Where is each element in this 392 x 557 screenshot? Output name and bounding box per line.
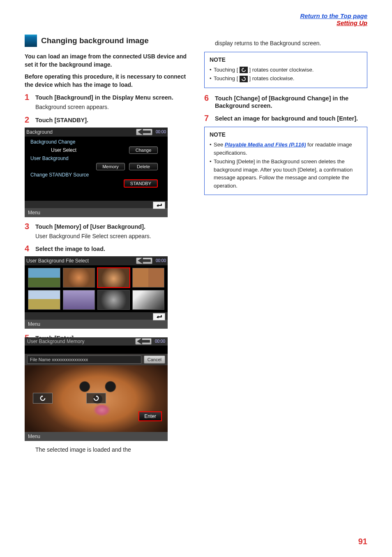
thumbnail[interactable]: [97, 290, 130, 310]
setting-up-link[interactable]: Setting Up: [337, 19, 367, 26]
menu-label[interactable]: Menu: [28, 434, 40, 439]
enter-button[interactable]: Enter: [138, 411, 162, 421]
return-icon[interactable]: [153, 313, 165, 320]
screen-title: User Background File Select: [26, 258, 136, 264]
row-label: Change STANDBY Source: [30, 172, 89, 178]
intro-paragraph-2: Before operating this procedure, it is n…: [25, 73, 188, 89]
menu-label[interactable]: Menu: [28, 321, 40, 327]
header-links: Return to the Top page Setting Up: [25, 12, 367, 26]
change-button[interactable]: Change: [129, 146, 158, 154]
thumbnail[interactable]: [132, 268, 165, 288]
step-7: 7 Select an image for background and tou…: [204, 114, 367, 123]
step-text: Touch [STANDBY].: [35, 116, 88, 124]
continuation-text: display returns to the Background screen…: [215, 39, 367, 48]
note-box-2: NOTE See Playable Media and Files (P.116…: [204, 127, 367, 195]
row-label: User Background: [30, 155, 69, 161]
thumbnail[interactable]: [28, 290, 60, 310]
step-1-sub: Background screen appears.: [35, 103, 188, 111]
delete-button[interactable]: Delete: [129, 163, 158, 170]
rotate-cw-icon: [240, 76, 248, 82]
step-number: 3: [25, 222, 32, 231]
standby-button[interactable]: STANDBY: [124, 179, 158, 188]
step-3-sub: User Background File Select screen appea…: [35, 232, 188, 241]
clock: 00:00: [155, 339, 165, 343]
step-text: Touch [Change] of [Background Change] in…: [215, 94, 367, 110]
heading-accent-bar: [25, 35, 37, 47]
note-see-link: See Playable Media and Files (P.116) for…: [210, 141, 362, 157]
step-number: 2: [25, 116, 32, 124]
row-value: User Select: [35, 147, 76, 153]
thumbnail[interactable]: [132, 290, 165, 310]
thumbnail[interactable]: [63, 290, 95, 310]
note-title: NOTE: [210, 130, 362, 139]
return-top-link[interactable]: Return to the Top page: [300, 12, 367, 19]
rotate-cw-button[interactable]: [86, 393, 106, 404]
note-line-cw: Touching [ ] rotates clockwise.: [210, 74, 362, 83]
step-number: 7: [204, 114, 212, 123]
memory-button[interactable]: Memory: [96, 163, 125, 170]
background-screen-screenshot: Background 00:00 Background Change User …: [25, 128, 168, 217]
step-number: 6: [204, 94, 212, 110]
step-5-sub: The selected image is loaded and the: [35, 446, 188, 454]
step-6: 6 Touch [Change] of [Background Change] …: [204, 94, 367, 110]
step-number: 4: [25, 244, 32, 253]
back-arrow-button[interactable]: [135, 338, 152, 345]
step-number: 1: [25, 93, 32, 102]
step-text: Select an image for background and touch…: [215, 114, 358, 123]
intro-paragraph-1: You can load an image from the connected…: [25, 53, 188, 69]
return-icon[interactable]: [153, 202, 165, 209]
menu-label[interactable]: Menu: [28, 210, 40, 216]
cancel-button[interactable]: Cancel: [144, 355, 165, 364]
step-3: 3 Touch [Memory] of [User Background].: [25, 222, 188, 231]
note-line-ccw: Touching [ ] rotates counter clockwise.: [210, 66, 362, 74]
page-number: 91: [358, 537, 367, 546]
rotate-ccw-icon: [240, 67, 248, 73]
thumbnail[interactable]: [28, 268, 60, 288]
screen-title: User Background Memory: [27, 339, 135, 344]
thumbnail[interactable]: [63, 268, 95, 288]
clock: 00:00: [156, 130, 166, 134]
step-text: Touch [Memory] of [User Background].: [35, 222, 145, 231]
step-text: Select the image to load.: [35, 244, 105, 253]
step-4: 4 Select the image to load.: [25, 244, 188, 253]
back-arrow-button[interactable]: [136, 258, 152, 264]
step-1: 1 Touch [Background] in the Display Menu…: [25, 93, 188, 102]
screen-title: Background: [26, 129, 136, 135]
playable-media-link[interactable]: Playable Media and Files (P.116): [225, 142, 306, 148]
row-label: Background Change: [30, 139, 75, 145]
section-heading: Changing background image: [25, 35, 188, 47]
note-title: NOTE: [210, 56, 362, 64]
memory-screen-screenshot: User Background Memory 00:00 File Name x…: [25, 346, 168, 441]
step-2: 2 Touch [STANDBY].: [25, 116, 188, 124]
step-text: Touch [Background] in the Display Menu s…: [35, 93, 173, 102]
rotate-ccw-button[interactable]: [33, 393, 53, 404]
clock: 00:00: [156, 258, 166, 263]
thumbnail-selected[interactable]: [97, 268, 130, 288]
section-title: Changing background image: [41, 36, 149, 45]
filename-field: File Name xxxxxxxxxxxxxxxx: [27, 355, 141, 364]
file-select-screen-screenshot: User Background File Select 00:00: [25, 256, 168, 329]
note-box-1: NOTE Touching [ ] rotates counter clockw…: [204, 52, 367, 88]
note-delete-text: Touching [Delete] in the Background scre…: [210, 158, 362, 190]
back-arrow-button[interactable]: [136, 129, 152, 135]
